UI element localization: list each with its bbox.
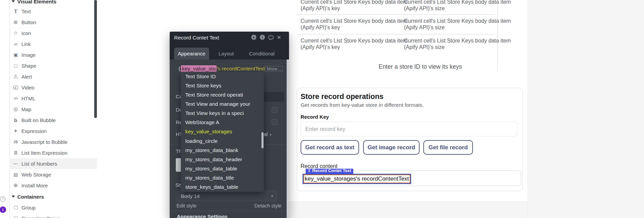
get-record-as-text-button[interactable]: Get record as text xyxy=(301,140,359,155)
collapse-triangle-icon xyxy=(12,0,15,2)
get-image-record-button[interactable]: Get image record xyxy=(363,140,420,155)
dropdown-item-highlighted[interactable]: key_value_storages xyxy=(181,127,264,136)
row-divider xyxy=(297,34,495,34)
expression-rest[interactable]: 's recordContentText xyxy=(217,66,265,72)
dropdown-item[interactable]: Text Store record operati xyxy=(181,90,264,99)
tab-appearance[interactable]: Appearance xyxy=(174,48,209,60)
style-select-value: Body 14 xyxy=(181,193,200,199)
store-id-hint: Enter a store ID to view its keys xyxy=(352,63,488,70)
text-icon xyxy=(13,9,19,14)
help-icon[interactable]: ? xyxy=(0,196,5,202)
dropdown-scrollbar[interactable] xyxy=(261,132,264,148)
appearance-settings-header: Appearance Settings xyxy=(177,214,227,218)
record-content-box: TRecord Contet Text key_value_storages's… xyxy=(302,170,521,186)
dropdown-item[interactable]: loading_circle xyxy=(181,136,264,146)
sidebar-item-video[interactable]: ▶Video xyxy=(10,82,97,93)
sidebar-item-built-on-bubble[interactable]: Built on Bubble xyxy=(10,115,97,125)
sidebar-item-alert[interactable]: Alert xyxy=(10,71,97,82)
checkbox[interactable] xyxy=(272,107,277,113)
repeating-group-icon xyxy=(13,217,19,218)
dropdown-item[interactable]: my_stores_data_header xyxy=(181,155,264,164)
sidebar-item-install-more[interactable]: Install More xyxy=(10,180,97,191)
dropdown-item[interactable]: my_stores_data_blank xyxy=(181,146,264,155)
close-icon[interactable]: × xyxy=(277,35,281,40)
table-cell-size: Current cell's List Store Keys body data… xyxy=(404,0,511,12)
button-icon xyxy=(13,19,19,25)
open-paren: ( xyxy=(179,66,180,72)
row-divider xyxy=(297,14,495,15)
dropdown-item[interactable]: my_stores_data_table xyxy=(181,164,264,173)
dropdown-item[interactable]: my_stores_data_title xyxy=(181,173,264,183)
containers-header[interactable]: Containers xyxy=(10,193,94,200)
sidebar-scrollbar[interactable] xyxy=(94,0,97,118)
table-cell-key: Current cell's List Store Keys body data… xyxy=(301,0,407,12)
dropdown-item[interactable]: Text View and manage your xyxy=(181,99,264,108)
align-select-value[interactable]: al xyxy=(264,132,268,137)
dropdown-item[interactable]: Text View keys in a speci xyxy=(181,109,264,118)
map-pin-icon xyxy=(13,106,19,112)
html-icon xyxy=(13,97,19,100)
panel-scrollbar[interactable] xyxy=(287,60,289,218)
shape-icon xyxy=(13,63,19,69)
sidebar-item-shape[interactable]: Shape xyxy=(10,60,97,71)
record-key-input[interactable] xyxy=(301,122,518,136)
sidebar-item-link[interactable]: Link xyxy=(10,38,97,49)
info-icon[interactable] xyxy=(260,35,265,40)
selection-badge-label: Record Contet Text xyxy=(312,169,351,173)
sidebar-item-list-of-numbers[interactable]: List of Numbers xyxy=(10,158,97,169)
property-editor-panel: Record Contet Text × Appearance Layout C… xyxy=(170,32,289,218)
record-key-label: Record Key xyxy=(301,114,329,120)
selected-text-element[interactable]: key_value_storages's recordContentText xyxy=(303,174,410,183)
chevron-down-icon: ▾ xyxy=(270,133,272,137)
intercom-icon[interactable]: I xyxy=(0,206,6,213)
chevron-down-icon: ▾ xyxy=(271,194,273,198)
sidebar-item-group[interactable]: Group xyxy=(10,202,97,213)
get-file-record-button[interactable]: Get file record xyxy=(423,140,473,155)
alert-icon xyxy=(13,73,19,80)
table-right-border xyxy=(497,0,498,71)
star-icon xyxy=(13,30,19,36)
sidebar-item-image[interactable]: Image xyxy=(10,49,97,60)
card-title: Store record operations xyxy=(301,93,384,101)
sidebar-item-repeating-group[interactable]: Repeating Group xyxy=(10,213,97,218)
sidebar-item-expression[interactable]: Expression xyxy=(10,125,97,136)
plus-icon xyxy=(13,128,19,134)
panel-divider xyxy=(170,211,289,211)
more-button[interactable]: More... xyxy=(266,66,283,72)
sidebar-item-button[interactable]: Button xyxy=(10,17,97,28)
sidebar-item-html[interactable]: HTML xyxy=(10,93,97,104)
sidebar-item-javascript-to-bubble[interactable]: Javascript to Bubble xyxy=(10,136,97,147)
selected-token-chip[interactable]: key_value_sto xyxy=(181,65,217,72)
chat-bubble-icon[interactable] xyxy=(268,35,274,39)
dropdown-item[interactable]: WebStorage A xyxy=(181,118,264,127)
style-select[interactable]: Body 14 ▾ xyxy=(177,191,277,201)
text-element-icon: T xyxy=(308,169,310,173)
panel-title: Record Contet Text xyxy=(174,35,219,41)
sidebar-item-list-item-expression[interactable]: List Item Expression xyxy=(10,147,97,158)
group-icon xyxy=(13,206,19,209)
panel-header[interactable]: Record Contet Text × Appearance Layout C… xyxy=(170,32,289,60)
expression-composer[interactable]: ( key_value_sto 's recordContentText Mor… xyxy=(179,65,283,72)
play-icon[interactable] xyxy=(251,35,256,40)
autocomplete-dropdown: Text Store ID Text Store keys Text Store… xyxy=(181,72,264,192)
image-icon xyxy=(13,52,19,57)
js-icon xyxy=(13,140,19,144)
sidebar-item-icon[interactable]: Icon xyxy=(10,28,97,38)
bubble-editor: Current cell's List Store Keys body data… xyxy=(0,0,644,218)
sidebar-item-text[interactable]: Text xyxy=(10,6,97,17)
dropdown-item[interactable]: Text Store ID xyxy=(181,72,264,81)
table-cell-key: Current cell's List Store Keys body data… xyxy=(301,37,407,50)
sidebar-item-map[interactable]: Map xyxy=(10,104,97,115)
dropdown-item[interactable]: store_keys_data_table xyxy=(181,183,264,192)
visual-elements-header[interactable]: Visual Elements xyxy=(10,0,94,5)
edit-style-link[interactable]: Edit style xyxy=(176,203,197,208)
tab-conditional[interactable]: Conditional xyxy=(243,48,281,60)
checkbox[interactable] xyxy=(272,119,277,125)
dropdown-item[interactable]: Text Store keys xyxy=(181,81,264,90)
sidebar-item-web-storage[interactable]: Web Storage xyxy=(10,169,97,180)
tab-layout[interactable]: Layout xyxy=(209,48,243,60)
element-selection-badge: TRecord Contet Text xyxy=(306,169,353,174)
detach-style-link[interactable]: Detach style xyxy=(254,203,282,208)
table-cell-size: Current cell's List Store Keys body data… xyxy=(404,37,511,50)
table-cell-key: Current cell's List Store Keys body data… xyxy=(301,18,407,31)
